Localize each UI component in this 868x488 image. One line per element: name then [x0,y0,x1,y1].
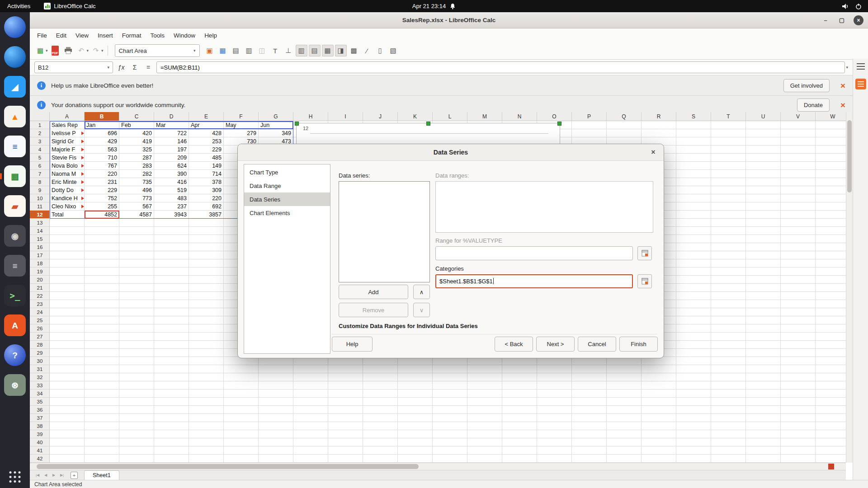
vscode-icon[interactable]: ◢ [4,76,26,98]
cell-D8[interactable]: 416 [154,178,189,186]
chart-wall-icon[interactable]: ▥ [243,45,255,56]
col-header-G[interactable]: G [259,112,293,121]
cell-C8[interactable]: 735 [119,178,154,186]
cell-B4[interactable]: 563 [85,145,119,154]
row-header-18[interactable]: 18 [30,259,50,267]
libreoffice-writer-icon[interactable]: ≡ [4,136,26,157]
data-table-icon[interactable]: ▤ [230,45,242,56]
cell-D11[interactable]: 237 [154,202,189,211]
cell-C2[interactable]: 420 [119,129,154,137]
close-infobar-icon[interactable]: × [840,101,845,109]
cell-D6[interactable]: 624 [154,162,189,170]
row-header-29[interactable]: 29 [30,349,50,357]
menu-file[interactable]: File [33,30,52,41]
row-header-30[interactable]: 30 [30,357,50,365]
title-bar[interactable]: SalesRep.xlsx - LibreOffice Calc – ▢ × [30,12,868,28]
cell-E3[interactable]: 253 [189,137,224,145]
row-header-20[interactable]: 20 [30,276,50,284]
col-header-K[interactable]: K [398,112,433,121]
focused-app-indicator[interactable]: LibreOffice Calc [44,3,95,9]
menu-edit[interactable]: Edit [52,30,71,41]
cell-A1[interactable]: Sales Rep [50,121,85,129]
row-header-41[interactable]: 41 [30,446,50,455]
row-header-39[interactable]: 39 [30,430,50,438]
cell-A4[interactable]: Majorie F [50,145,85,154]
cell-B8[interactable]: 231 [85,178,119,186]
cell-F1[interactable]: May [224,121,259,129]
row-header-13[interactable]: 13 [30,219,50,227]
cell-C5[interactable]: 287 [119,154,154,162]
data-series-listbox[interactable] [339,181,430,282]
cell-E8[interactable]: 378 [189,178,224,186]
cell-D3[interactable]: 146 [154,137,189,145]
cell-C4[interactable]: 325 [119,145,154,154]
chart-element-selector[interactable]: Chart Area ▾ [115,44,200,57]
row-header-11[interactable]: 11 [30,202,50,211]
cell-B6[interactable]: 767 [85,162,119,170]
cell-E12[interactable]: 3857 [189,211,224,219]
row-header-10[interactable]: 10 [30,194,50,202]
row-header-2[interactable]: 2 [30,129,50,137]
cell-E2[interactable]: 428 [189,129,224,137]
undo-caret-icon[interactable]: ▾ [87,48,89,53]
cell-A11[interactable]: Cleo Nixo [50,202,85,211]
col-header-T[interactable]: T [711,112,746,121]
data-labels-icon[interactable]: ▩ [348,45,360,56]
menu-window[interactable]: Window [169,30,200,41]
close-button[interactable]: × [854,15,863,25]
sum-icon[interactable]: Σ [129,62,140,73]
get-involved-button[interactable]: Get involved [783,79,830,92]
equals-icon[interactable]: = [143,62,154,73]
legend-position-icon[interactable]: ◨ [335,45,347,56]
titles-icon[interactable]: T [269,45,281,56]
col-header-L[interactable]: L [433,112,467,121]
cell-D2[interactable]: 722 [154,129,189,137]
terminal-icon[interactable]: >_ [4,285,26,306]
col-header-O[interactable]: O [537,112,572,121]
col-header-E[interactable]: E [189,112,224,121]
libreoffice-impress-icon[interactable]: ▰ [4,195,26,217]
move-down-button[interactable]: ∨ [413,303,430,317]
cell-E7[interactable]: 714 [189,170,224,178]
3d-view-icon[interactable]: ▧ [387,45,399,56]
cell-B2[interactable]: 696 [85,129,119,137]
row-header-28[interactable]: 28 [30,341,50,349]
activities-button[interactable]: Activities [7,3,30,9]
row-header-42[interactable]: 42 [30,455,50,463]
row-header-26[interactable]: 26 [30,324,50,333]
next-button[interactable]: Next > [536,337,575,352]
cell-A8[interactable]: Eric Minte [50,178,85,186]
cell-C12[interactable]: 4587 [119,211,154,219]
row-header-8[interactable]: 8 [30,178,50,186]
col-header-W[interactable]: W [816,112,846,121]
chart-type-icon[interactable]: ▦ [217,45,229,56]
menu-view[interactable]: View [71,30,93,41]
cell-D4[interactable]: 197 [154,145,189,154]
ubuntu-software-icon[interactable]: A [4,314,26,336]
row-header-37[interactable]: 37 [30,414,50,422]
firefox-icon[interactable] [4,16,26,38]
row-header-38[interactable]: 38 [30,422,50,430]
add-button[interactable]: Add [339,285,408,299]
back-button[interactable]: < Back [495,337,533,352]
cell-D5[interactable]: 209 [154,154,189,162]
cell-A5[interactable]: Stevie Fis [50,154,85,162]
finish-button[interactable]: Finish [619,337,658,352]
system-status-menu[interactable] [842,3,862,9]
menu-tools[interactable]: Tools [146,30,170,41]
cell-G1[interactable]: Jun [259,121,293,129]
help-icon[interactable]: ? [4,344,26,366]
vertical-scrollbar-thumb[interactable] [847,120,852,192]
row-header-34[interactable]: 34 [30,389,50,398]
next-sheet-icon[interactable]: ▶ [50,473,58,477]
row-header-40[interactable]: 40 [30,438,50,446]
row-header-4[interactable]: 4 [30,145,50,154]
row-header-12[interactable]: 12 [30,211,50,219]
col-header-U[interactable]: U [746,112,781,121]
menu-help[interactable]: Help [200,30,222,41]
row-header-32[interactable]: 32 [30,373,50,381]
col-header-F[interactable]: F [224,112,259,121]
hamburger-icon[interactable] [857,63,865,70]
printer-icon[interactable] [62,45,74,56]
cell-D1[interactable]: Mar [154,121,189,129]
